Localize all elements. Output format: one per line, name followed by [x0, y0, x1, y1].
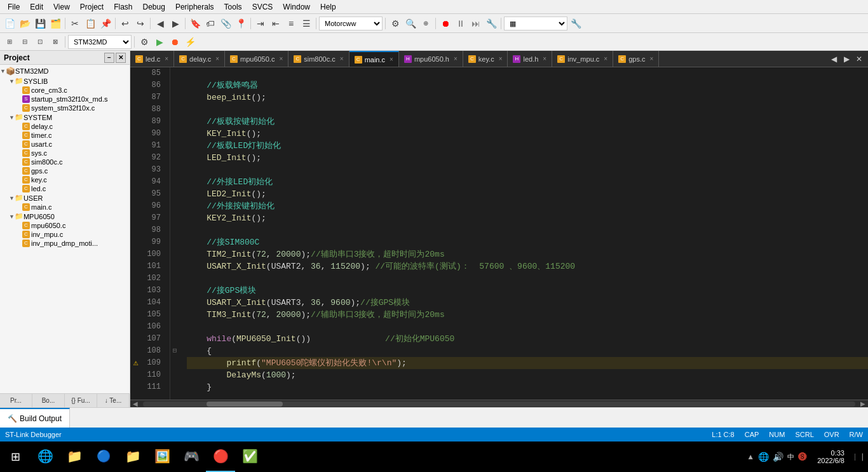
target-options-btn[interactable]: ⚙ [388, 17, 402, 30]
tree-item-USER[interactable]: ▼ 📁USER [0, 193, 130, 203]
sidebar-tree[interactable]: ▼ 📦STM32MD▼ 📁SYSLIB▶ Ccore_cm3.c▶ Sstart… [0, 65, 130, 393]
open-btn[interactable]: 📂 [18, 17, 32, 30]
bookmark3-btn[interactable]: 📎 [219, 17, 233, 30]
taskbar-app-app3[interactable]: 🔵 [89, 442, 118, 472]
tab-close-btn[interactable]: × [499, 55, 503, 62]
menu-svcs[interactable]: SVCS [247, 1, 278, 13]
taskbar-app-edge[interactable]: 🌐 [31, 442, 60, 472]
menu-peripherals[interactable]: Peripherals [170, 1, 219, 13]
save-all-btn[interactable]: 🗂️ [48, 17, 62, 30]
build-output-tab[interactable]: 🔨 Build Output [0, 408, 70, 428]
settings-btn[interactable]: 🔧 [484, 17, 498, 30]
tab-close-btn[interactable]: × [390, 56, 393, 63]
redo-btn[interactable]: ↪ [133, 17, 147, 30]
t2-btn7[interactable]: ⏺ [168, 35, 182, 49]
tree-item-gps-c[interactable]: ▶ Cgps.c [0, 166, 130, 175]
save-btn[interactable]: 💾 [33, 17, 47, 30]
code-editor[interactable]: ⚠ 85868788899091929394959697989910010110… [130, 67, 868, 400]
t2-btn6[interactable]: ▶ [153, 35, 166, 49]
taskbar-app-app4[interactable]: 📁 [118, 442, 147, 472]
copy-btn[interactable]: 📋 [83, 17, 97, 30]
editor-tab-inv_mpu.c[interactable]: Cinv_mpu.c× [552, 51, 613, 67]
editor-tab-gps.c[interactable]: Cgps.c× [613, 51, 659, 67]
t2-btn1[interactable]: ⊞ [3, 35, 17, 49]
hscroll-track[interactable] [143, 401, 855, 407]
tree-item-led-c[interactable]: ▶ Cled.c [0, 184, 130, 193]
hscroll-right-btn[interactable]: ▶ [858, 400, 868, 407]
chevron-up-icon[interactable]: ▲ [747, 452, 754, 461]
tree-item-delay-c[interactable]: ▶ Cdelay.c [0, 122, 130, 131]
scroll-tabs-right[interactable]: ▶ [840, 53, 853, 65]
menu-debug[interactable]: Debug [138, 1, 170, 13]
display-dropdown[interactable]: ▦ [504, 17, 567, 30]
outdent-btn[interactable]: ⇤ [269, 17, 283, 30]
sidebar-tab-2[interactable]: {} Fu... [65, 394, 97, 407]
menu-tools[interactable]: Tools [219, 1, 247, 13]
horizontal-scrollbar[interactable]: ◀ ▶ [130, 400, 868, 407]
nav-fwd-btn[interactable]: ▶ [168, 17, 182, 30]
taskbar-app-app8[interactable]: ✅ [235, 442, 264, 472]
indent-btn[interactable]: ⇥ [254, 17, 268, 30]
menu-flash[interactable]: Flash [109, 1, 137, 13]
stop-btn[interactable]: ⏸ [454, 17, 468, 30]
ime-icon[interactable]: 🅢 [798, 452, 807, 462]
editor-tab-sim800c.c[interactable]: Csim800c.c× [288, 51, 349, 67]
editor-tab-led.c[interactable]: Cled.c× [130, 51, 174, 67]
taskbar-clock[interactable]: 0:33 2022/6/8 [812, 449, 850, 464]
menu-project[interactable]: Project [75, 1, 109, 13]
menu-help[interactable]: Help [315, 1, 341, 13]
editor-tab-key.c[interactable]: Ckey.c× [463, 51, 508, 67]
sidebar-close-btn[interactable]: ✕ [116, 53, 126, 63]
target-dropdown[interactable]: Motorcww [319, 17, 383, 30]
format2-btn[interactable]: ☰ [299, 17, 313, 30]
sidebar-tab-1[interactable]: Bo... [32, 394, 65, 407]
t2-btn5[interactable]: ⚙ [137, 35, 151, 49]
bookmark2-btn[interactable]: 🏷 [203, 17, 217, 30]
t2-btn8[interactable]: ⚡ [183, 35, 197, 49]
network-icon[interactable]: 🌐 [758, 452, 769, 462]
tree-item-mpu6050-c[interactable]: ▶ Cmpu6050.c [0, 221, 130, 230]
tab-close-btn[interactable]: × [279, 55, 283, 62]
device-dropdown[interactable]: STM32MD [68, 35, 132, 49]
tab-close-btn[interactable]: × [165, 55, 168, 62]
t2-btn4[interactable]: ⊠ [48, 35, 62, 49]
tree-item-timer-c[interactable]: ▶ Ctimer.c [0, 131, 130, 140]
sidebar-tab-3[interactable]: ↓ Te... [97, 394, 130, 407]
tree-item-SYSLIB[interactable]: ▼ 📁SYSLIB [0, 76, 130, 86]
paste-btn[interactable]: 📌 [98, 17, 112, 30]
lang-icon[interactable]: 中 [787, 452, 794, 462]
undo-btn[interactable]: ↩ [118, 17, 132, 30]
taskbar-app-explorer[interactable]: 📁 [60, 442, 89, 472]
debug-btn[interactable]: ⏭ [469, 17, 483, 30]
taskbar-app-app7[interactable]: 🔴 [206, 442, 235, 472]
tree-item-inv-mpu-c[interactable]: ▶ Cinv_mpu.c [0, 230, 130, 239]
menu-file[interactable]: File [3, 1, 25, 13]
nav-back-btn[interactable]: ◀ [153, 17, 167, 30]
tree-item-MPU6050[interactable]: ▼ 📁MPU6050 [0, 212, 130, 221]
editor-tab-delay.c[interactable]: Cdelay.c× [174, 51, 225, 67]
tab-close-btn[interactable]: × [215, 55, 219, 62]
show-desktop-btn[interactable]: ▕ [855, 454, 863, 461]
run-btn[interactable]: ⏺ [438, 17, 452, 30]
start-btn[interactable]: ⊞ [0, 442, 31, 472]
tab-close-btn[interactable]: × [454, 55, 458, 62]
new-file-btn[interactable]: 📄 [3, 17, 17, 30]
taskbar-app-app5[interactable]: 🖼️ [147, 442, 177, 472]
close-all-btn[interactable]: ✕ [853, 53, 865, 65]
tree-item-SYSTEM[interactable]: ▼ 📁SYSTEM [0, 112, 130, 122]
sidebar-tab-0[interactable]: Pr... [0, 394, 32, 407]
tree-item-main-c[interactable]: ▶ Cmain.c [0, 203, 130, 212]
sidebar-pin-btn[interactable]: − [104, 53, 114, 63]
tree-item-startup-stm32f10x-md-s[interactable]: ▶ Sstartup_stm32f10x_md.s [0, 95, 130, 104]
scroll-tabs-left[interactable]: ◀ [827, 53, 840, 65]
editor-tab-led.h[interactable]: Hled.h× [508, 51, 552, 67]
editor-tab-main.c[interactable]: Cmain.c× [349, 51, 399, 67]
bookmark4-btn[interactable]: 📍 [234, 17, 248, 30]
tree-item-usart-c[interactable]: ▶ Cusart.c [0, 140, 130, 149]
cut-btn[interactable]: ✂ [68, 17, 82, 30]
tree-item-sys-c[interactable]: ▶ Csys.c [0, 149, 130, 158]
menu-edit[interactable]: Edit [25, 1, 48, 13]
tree-item-STM32MD[interactable]: ▼ 📦STM32MD [0, 66, 130, 76]
tab-close-btn[interactable]: × [649, 55, 653, 62]
target2-btn[interactable]: ⊕ [419, 17, 433, 30]
